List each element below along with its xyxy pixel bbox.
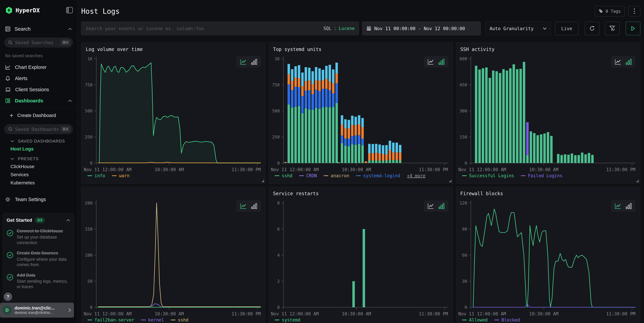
run-query-button[interactable]	[626, 22, 640, 35]
saved-dashboards-input[interactable]	[15, 127, 60, 132]
help-button[interactable]: ?	[4, 292, 12, 301]
bar-chart-icon	[438, 58, 445, 66]
svg-text:1K: 1K	[88, 56, 92, 61]
search-logs-icon	[5, 26, 10, 32]
refresh-icon	[589, 25, 595, 32]
saved-searches-input[interactable]	[15, 40, 60, 45]
legend-item-info[interactable]: info	[88, 173, 105, 178]
panel-resize-handle[interactable]	[636, 180, 638, 182]
page-title: Host Logs	[81, 7, 594, 16]
svg-text:200: 200	[85, 201, 92, 205]
hyperdx-logo-icon	[5, 7, 13, 14]
get-started-header[interactable]: Get Started 3/3	[6, 217, 70, 223]
create-dashboard-button[interactable]: Create Dashboard	[0, 112, 77, 119]
line-chart-toggle-button[interactable]	[614, 202, 622, 210]
preset-item-kubernetes[interactable]: Kubernetes	[10, 180, 77, 186]
chevron-down-icon	[543, 27, 547, 30]
event-search-input[interactable]	[81, 26, 359, 31]
dashboards-icon	[5, 98, 10, 103]
panel-title: Log volume over time	[86, 47, 261, 53]
line-chart-toggle-button[interactable]	[427, 202, 434, 210]
legend-item-blocked[interactable]: Blocked	[494, 317, 520, 322]
bar-chart-toggle-button[interactable]	[625, 202, 632, 210]
dashboard-item-host-logs[interactable]: Host Logs	[10, 146, 77, 152]
svg-text:1K: 1K	[275, 56, 280, 61]
tag-icon	[598, 9, 603, 14]
panel-title: Firewall blocks	[460, 191, 636, 197]
bar-chart-toggle-button[interactable]	[625, 58, 632, 66]
live-button[interactable]: Live	[555, 22, 578, 35]
sidebar: HyperDX Search ⌘K No saved sear	[0, 0, 78, 323]
legend-item-kernel[interactable]: kernel	[141, 317, 164, 322]
refresh-button[interactable]	[585, 22, 599, 35]
bar-chart-icon	[625, 58, 632, 66]
sidebar-item-team-settings[interactable]: Team Settings	[0, 196, 77, 203]
legend-item-warn[interactable]: warn	[112, 173, 130, 178]
sql-toggle[interactable]: SQL	[323, 26, 331, 31]
legend-swatch	[494, 319, 499, 320]
user-menu[interactable]: D dominic.tran@clic... dominic.tran@clic…	[0, 303, 74, 317]
bar-chart-toggle-button[interactable]	[251, 58, 258, 66]
legend-item-cron[interactable]: CRON	[299, 173, 317, 178]
svg-text:11:30:00 PM: 11:30:00 PM	[419, 167, 448, 172]
svg-text:60: 60	[462, 253, 467, 258]
legend-item-failed-logins[interactable]: Failed Logins	[521, 173, 562, 178]
sidebar-item-chart-explorer[interactable]: Chart Explorer	[0, 64, 77, 71]
svg-text:10:30:00 AM: 10:30:00 AM	[342, 167, 371, 172]
legend-item-systemd[interactable]: systemd	[275, 317, 300, 322]
bar-chart-toggle-button[interactable]	[251, 202, 258, 210]
sidebar-item-client-sessions[interactable]: Client Sessions	[0, 86, 77, 93]
legend-item-allowed[interactable]: Allowed	[462, 317, 488, 322]
date-range-picker[interactable]: Nov 11 00:00:00 - Nov 12 00:00:00	[362, 22, 481, 35]
tags-button[interactable]: 0 Tags	[594, 6, 625, 17]
sidebar-item-dashboards[interactable]: Dashboards	[0, 97, 77, 104]
svg-text:10:30:00 AM: 10:30:00 AM	[529, 311, 558, 316]
granularity-select[interactable]: Auto Granularity	[485, 22, 551, 35]
line-chart-toggle-button[interactable]	[614, 58, 622, 66]
chart-type-toggle	[236, 56, 261, 68]
preset-item-clickhouse[interactable]: ClickHouse	[10, 164, 77, 169]
sidebar-collapse-button[interactable]	[66, 7, 73, 14]
get-started-item-add-data[interactable]: Add Data Start sending logs, metrics, or…	[6, 272, 70, 289]
svg-text:150: 150	[85, 227, 92, 232]
get-started-item-sources[interactable]: Create Data Sources Configure where your…	[6, 250, 70, 267]
legend-item-sshd[interactable]: sshd	[171, 317, 188, 322]
chart-type-toggle	[424, 200, 448, 212]
panel-resize-handle[interactable]	[449, 180, 452, 182]
legend-item-fail2ban-server[interactable]: fail2ban-server	[88, 317, 134, 322]
lucene-toggle[interactable]: Lucene	[339, 26, 355, 31]
chart-svg: 02468Nov 11 12:00:00 AM10:30:00 AM11:30:…	[270, 198, 450, 316]
get-started-item-connect[interactable]: Connect to ClickHouse Set up your databa…	[6, 228, 70, 245]
bar-chart-toggle-button[interactable]	[438, 58, 445, 66]
legend-more-link[interactable]: +4 more	[407, 173, 426, 178]
chart-svg: 02505007501KNov 11 12:00:00 AM10:30:00 A…	[83, 54, 263, 172]
check-circle-icon	[6, 230, 13, 236]
chart-canvas: 0150300450600Nov 11 12:00:00 AM10:30:00 …	[458, 54, 638, 172]
panel-resize-handle[interactable]	[262, 180, 264, 182]
chart-svg: 0150300450600Nov 11 12:00:00 AM10:30:00 …	[458, 54, 638, 172]
bar-chart-icon	[251, 58, 258, 66]
legend-item-anacron[interactable]: anacron	[324, 173, 350, 178]
bar-chart-toggle-button[interactable]	[438, 202, 445, 210]
panel-menu-button[interactable]	[628, 6, 640, 17]
svg-text:10:30:00 AM: 10:30:00 AM	[342, 311, 371, 316]
legend-item-systemd-logind[interactable]: systemd-logind	[356, 173, 400, 178]
sidebar-item-alerts[interactable]: Alerts	[0, 75, 77, 82]
laptop-icon	[5, 87, 11, 92]
line-chart-toggle-button[interactable]	[240, 58, 247, 66]
line-chart-toggle-button[interactable]	[240, 202, 247, 210]
sidebar-section-search[interactable]: Search	[0, 24, 77, 34]
legend-item-successful-logins[interactable]: Successful Logins	[462, 173, 514, 178]
brand-name: HyperDX	[16, 7, 66, 14]
saved-dashboards-heading[interactable]: SAVED DASHBOARDS	[10, 139, 77, 144]
presets-heading[interactable]: PRESETS	[10, 156, 77, 161]
get-started-title: Get Started	[6, 217, 32, 223]
filter-button[interactable]	[605, 22, 620, 35]
svg-text:10:30:00 AM: 10:30:00 AM	[529, 167, 558, 172]
legend-item-sshd[interactable]: sshd	[275, 173, 292, 178]
search-icon	[8, 127, 13, 132]
svg-text:11:30:00 PM: 11:30:00 PM	[232, 167, 261, 172]
preset-item-services[interactable]: Services	[10, 172, 77, 177]
legend-swatch	[299, 175, 304, 176]
line-chart-toggle-button[interactable]	[427, 58, 434, 66]
